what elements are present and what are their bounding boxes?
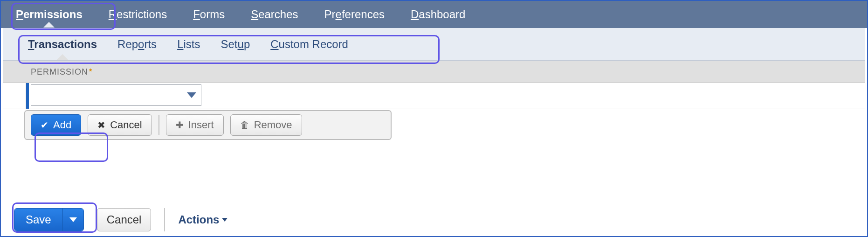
cancel-row-button-label: Cancel (110, 119, 142, 131)
insert-button[interactable]: ✚ Insert (166, 114, 224, 136)
x-icon: ✖ (97, 119, 105, 131)
subtab-reports[interactable]: Reports (117, 29, 158, 59)
add-button[interactable]: ✔ Add (31, 114, 81, 136)
row-handle[interactable] (3, 83, 26, 109)
tab-searches[interactable]: Searches (249, 2, 300, 27)
check-icon: ✔ (41, 119, 48, 131)
row-action-bar: ✔ Add ✖ Cancel ✚ Insert 🗑 Remove (24, 110, 392, 140)
insert-button-label: Insert (188, 119, 214, 131)
save-button[interactable]: Save (14, 209, 63, 231)
column-header-permission: PERMISSION (31, 67, 88, 77)
save-button-label: Save (26, 213, 51, 226)
subtab-lists[interactable]: Lists (176, 29, 201, 59)
remove-button[interactable]: 🗑 Remove (230, 114, 302, 136)
actions-menu[interactable]: Actions (178, 213, 227, 226)
required-asterisk-icon: * (89, 68, 92, 76)
remove-button-label: Remove (254, 119, 292, 131)
subtab-custom-record[interactable]: Custom Record (269, 29, 349, 59)
column-header-row: PERMISSION * (3, 61, 865, 83)
permission-dropdown[interactable] (31, 84, 201, 106)
caret-down-icon (222, 218, 227, 222)
actions-menu-label: Actions (178, 213, 219, 226)
cancel-button[interactable]: Cancel (97, 208, 152, 231)
tab-restrictions[interactable]: Restrictions (107, 2, 169, 27)
caret-down-icon (69, 217, 77, 222)
subtab-setup[interactable]: Setup (220, 29, 251, 59)
tab-permissions[interactable]: Permissions (14, 2, 84, 27)
save-menu-button[interactable] (63, 209, 83, 231)
save-split-button: Save (14, 208, 84, 231)
separator (158, 115, 159, 135)
cancel-row-button[interactable]: ✖ Cancel (88, 114, 152, 136)
permission-row (3, 83, 865, 109)
subtab-transactions[interactable]: Transactions (27, 29, 98, 59)
primary-tab-bar: Permissions Restrictions Forms Searches … (1, 1, 867, 28)
plus-icon: ✚ (176, 119, 184, 131)
separator (164, 208, 165, 231)
tab-forms[interactable]: Forms (191, 2, 227, 27)
sub-tab-bar: Transactions Reports Lists Setup Custom … (3, 28, 865, 61)
tab-preferences[interactable]: Preferences (323, 2, 386, 27)
chevron-down-icon (187, 92, 196, 98)
page-footer-actions: Save Cancel Actions (14, 208, 860, 231)
tab-dashboard[interactable]: Dashboard (409, 2, 467, 27)
cancel-button-label: Cancel (107, 213, 142, 226)
add-button-label: Add (53, 119, 71, 131)
permission-cell (26, 83, 865, 109)
trash-icon: 🗑 (240, 120, 249, 131)
